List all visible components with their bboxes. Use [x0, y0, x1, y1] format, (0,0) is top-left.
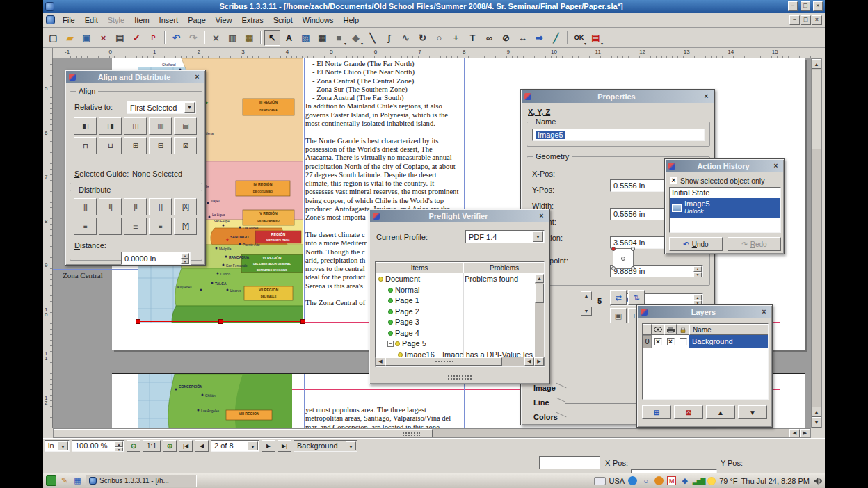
insert-text-frame-button[interactable]: A — [281, 30, 297, 46]
measurements-button[interactable]: ↔ — [515, 30, 531, 46]
align-bottom-out-button[interactable]: ⊠ — [174, 137, 197, 154]
previous-page-button[interactable]: ◀ — [195, 440, 209, 452]
mdi-close-button[interactable]: × — [812, 15, 822, 25]
basepoint-dot[interactable] — [611, 266, 616, 270]
tree-expander-icon[interactable]: − — [387, 341, 394, 347]
preflight-row-document[interactable]: DocumentProblems found — [376, 274, 535, 285]
open-document-button[interactable]: ▰ — [62, 30, 78, 46]
close-icon[interactable]: × — [702, 92, 711, 101]
scroll-up-icon[interactable]: ▲ — [812, 59, 821, 69]
distribute-right-sides-button[interactable]: |‖ — [124, 198, 147, 215]
align-centers-vertical-button[interactable]: ◫ — [124, 117, 147, 135]
tray-globe-icon[interactable] — [628, 476, 637, 485]
chevron-down-icon[interactable]: ▼ — [58, 441, 68, 450]
resize-grip[interactable] — [447, 375, 472, 380]
zoom-input[interactable]: 100.00 % ▲▼ — [72, 440, 124, 452]
new-layer-button[interactable]: ⊞ — [642, 405, 671, 419]
basepoint-dot[interactable] — [621, 257, 625, 261]
list-hscrollbar[interactable]: ◀ ◀ ▶ — [375, 357, 545, 366]
layer-print-cell[interactable]: × — [664, 335, 677, 348]
new-document-button[interactable]: ▢ — [45, 30, 61, 46]
dropdown-arrow-icon[interactable]: ▾ — [344, 41, 346, 46]
layers-dialog[interactable]: Layers × Name 0 × × Background ⊞ ⊠ ▲ ▼ — [636, 304, 773, 428]
menu-page[interactable]: Page — [183, 15, 211, 26]
items-column-header[interactable]: Items — [376, 262, 463, 273]
align-centers-horizontal-button[interactable]: ⊞ — [124, 137, 147, 154]
minimize-button[interactable]: − — [788, 1, 798, 11]
align-top-edges-button[interactable]: ⊔ — [99, 137, 122, 154]
print-column-header[interactable] — [664, 324, 677, 335]
rotate-item-button[interactable]: ↻ — [415, 30, 431, 46]
preflight-table[interactable]: Items Problems DocumentProblems foundNor… — [375, 261, 545, 367]
lower-layer-button[interactable]: ▼ — [738, 405, 767, 419]
save-document-button[interactable]: ▣ — [79, 30, 95, 46]
zoom-out-button[interactable]: ⊖ — [127, 440, 140, 452]
preflight-row-page-2[interactable]: Page 2 — [376, 307, 535, 318]
align-right-sides-button[interactable]: ▥ — [149, 117, 172, 135]
show-selected-checkbox[interactable]: × — [670, 177, 677, 184]
taskbar-window-button[interactable]: Scribus 1.3.3.11 - [/h... — [86, 475, 197, 487]
menu-script[interactable]: Script — [268, 15, 298, 26]
workspace-launcher-icon[interactable] — [46, 475, 56, 486]
align-bottom-edges-button[interactable]: ⊟ — [149, 137, 172, 154]
close-document-button[interactable]: × — [95, 30, 111, 46]
history-list[interactable]: Initial State Image5 Unlock — [669, 187, 781, 233]
select-item-button[interactable]: ↖ — [264, 30, 280, 46]
name-column-header[interactable]: Name — [689, 324, 769, 335]
tray-app-icon[interactable]: ◆ — [680, 475, 690, 486]
align-distribute-dialog[interactable]: Align and Distribute × Align Relative to… — [65, 70, 206, 266]
distribute-by-y-button[interactable]: [Y] — [174, 218, 197, 235]
monitor-launcher-icon[interactable]: ▦ — [72, 475, 83, 486]
close-icon[interactable]: × — [193, 73, 202, 82]
horizontal-scroll-thumb[interactable] — [54, 429, 433, 437]
distribute-centers-horizontal-button[interactable]: ‖| — [99, 198, 122, 215]
paste-button[interactable]: ▦ — [241, 30, 257, 46]
layer-select[interactable]: Background ▼ — [294, 440, 357, 452]
preflight-verifier-button[interactable]: ✓ — [129, 30, 145, 46]
link-text-frames-button[interactable]: ∞ — [481, 30, 497, 46]
preflight-row-page-3[interactable]: Page 3 — [376, 317, 535, 328]
scroll-right-icon[interactable]: ▶ — [534, 357, 544, 366]
selection-handle[interactable] — [218, 319, 223, 324]
cut-button[interactable]: ⨯ — [208, 30, 224, 46]
dialog-titlebar[interactable]: Layers × — [638, 306, 771, 318]
insert-polygon-button[interactable]: ◆▾ — [348, 30, 364, 46]
chevron-down-icon[interactable]: ▼ — [346, 441, 356, 450]
align-top-out-button[interactable]: ⊓ — [74, 137, 97, 154]
menu-extras[interactable]: Extras — [236, 15, 268, 26]
scroll-up-icon[interactable]: ▲ — [812, 407, 821, 417]
dialog-titlebar[interactable]: Action History × — [666, 160, 783, 172]
menu-item[interactable]: Item — [129, 15, 154, 26]
window-titlebar[interactable]: Scribus 1.3.3.11 - [/home/zach/Documents… — [43, 0, 825, 13]
spinner[interactable]: ▲▼ — [693, 266, 702, 276]
copy-button[interactable]: ▥ — [225, 30, 241, 46]
menu-view[interactable]: View — [211, 15, 237, 26]
menu-windows[interactable]: Windows — [298, 15, 339, 26]
preflight-row-page-5[interactable]: −Page 5 — [376, 339, 535, 350]
close-icon[interactable]: × — [537, 212, 546, 221]
menu-style[interactable]: Style — [103, 15, 129, 26]
print-checkbox[interactable]: × — [667, 338, 675, 345]
raise-level-button[interactable]: ▲ — [581, 291, 592, 300]
scroll-thumb[interactable] — [535, 284, 544, 303]
dropdown-arrow-icon[interactable]: ▾ — [361, 41, 363, 46]
unlink-text-frames-button[interactable]: ⊘ — [498, 30, 514, 46]
distribute-top-edges-button[interactable]: ≡ — [74, 218, 97, 235]
menu-edit[interactable]: Edit — [80, 15, 103, 26]
distribute-equal-gaps-horizontal-button[interactable]: | | — [149, 198, 172, 215]
dialog-titlebar[interactable]: Preflight Verifier × — [370, 210, 549, 222]
distance-spinner[interactable]: ▲▼ — [181, 253, 189, 263]
preflight-row-page-4[interactable]: Page 4 — [376, 328, 535, 339]
scroll-left-icon[interactable]: ◀ — [524, 357, 534, 366]
basepoint-dot[interactable] — [631, 266, 635, 270]
insert-image-frame-button[interactable]: ▧ — [298, 30, 314, 46]
menu-help[interactable]: Help — [338, 15, 364, 26]
text-column-2[interactable]: yet most populous area. The three larges… — [305, 406, 465, 428]
scroll-left-icon[interactable]: ◀ — [789, 429, 800, 437]
raise-layer-button[interactable]: ▲ — [706, 405, 735, 419]
scroll-up-icon[interactable]: ▲ — [535, 274, 544, 283]
distribute-left-sides-button[interactable]: ||| — [74, 198, 97, 215]
dialog-titlebar[interactable]: Properties × — [522, 90, 714, 103]
history-item-selected[interactable]: Image5 Unlock — [670, 198, 780, 218]
page-select[interactable]: 2 of 8 ▼ — [211, 440, 259, 452]
